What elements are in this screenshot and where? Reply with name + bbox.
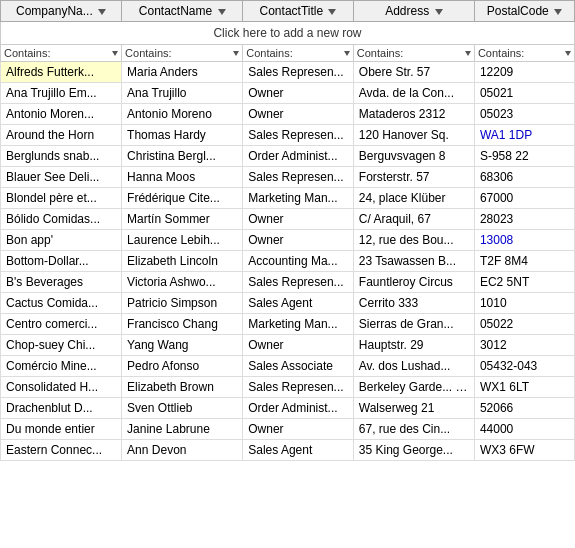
company-cell: Comércio Mine... (1, 356, 122, 377)
postal-cell: 12209 (474, 62, 574, 83)
contact-cell: Laurence Lebih... (122, 230, 243, 251)
address-cell: 23 Tsawassen B... (353, 251, 474, 272)
table-row[interactable]: Around the HornThomas HardySales Represe… (1, 125, 575, 146)
address-cell: Berkeley Garde... 12 Brewery (353, 377, 474, 398)
table-row[interactable]: Blondel père et...Frédérique Cite...Mark… (1, 188, 575, 209)
address-cell: Sierras de Gran... (353, 314, 474, 335)
column-header-row: CompanyNa... ContactName ContactTitle Ad… (1, 1, 575, 22)
table-row[interactable]: Eastern Connec...Ann DevonSales Agent35 … (1, 440, 575, 461)
table-row[interactable]: Cactus Comida...Patricio SimpsonSales Ag… (1, 293, 575, 314)
table-row[interactable]: Du monde entierJanine LabruneOwner67, ru… (1, 419, 575, 440)
contact-cell: Martín Sommer (122, 209, 243, 230)
sort-arrow-contact (218, 9, 226, 15)
contact-cell: Patricio Simpson (122, 293, 243, 314)
data-grid: CompanyNa... ContactName ContactTitle Ad… (0, 0, 575, 461)
postal-cell: 05432-043 (474, 356, 574, 377)
table-row[interactable]: Blauer See Deli...Hanna MoosSales Repres… (1, 167, 575, 188)
filter-arrow-address (465, 51, 471, 56)
postal-cell: WA1 1DP (474, 125, 574, 146)
title-cell: Order Administ... (243, 398, 354, 419)
add-row[interactable]: Click here to add a new row (1, 22, 575, 45)
table-row[interactable]: Alfreds Futterk...Maria AndersSales Repr… (1, 62, 575, 83)
company-cell: Eastern Connec... (1, 440, 122, 461)
postal-cell: 13008 (474, 230, 574, 251)
filter-postal[interactable]: Contains: (474, 45, 574, 62)
company-cell: Blondel père et... (1, 188, 122, 209)
contact-cell: Sven Ottlieb (122, 398, 243, 419)
contact-cell: Elizabeth Brown (122, 377, 243, 398)
title-cell: Owner (243, 104, 354, 125)
postal-cell: S-958 22 (474, 146, 574, 167)
contact-cell: Ann Devon (122, 440, 243, 461)
postal-cell: 1010 (474, 293, 574, 314)
postal-cell: 05023 (474, 104, 574, 125)
table-row[interactable]: Consolidated H...Elizabeth BrownSales Re… (1, 377, 575, 398)
table-row[interactable]: Antonio Moren...Antonio MorenoOwnerMatad… (1, 104, 575, 125)
company-cell: Chop-suey Chi... (1, 335, 122, 356)
company-cell: Berglunds snab... (1, 146, 122, 167)
postal-cell: 05022 (474, 314, 574, 335)
company-cell: Cactus Comida... (1, 293, 122, 314)
title-cell: Sales Represen... (243, 272, 354, 293)
filter-arrow-company (112, 51, 118, 56)
title-cell: Sales Represen... (243, 167, 354, 188)
sort-arrow-title (328, 9, 336, 15)
table-row[interactable]: Comércio Mine...Pedro AfonsoSales Associ… (1, 356, 575, 377)
table-row[interactable]: Berglunds snab...Christina Bergl...Order… (1, 146, 575, 167)
company-cell: Drachenblut D... (1, 398, 122, 419)
title-cell: Owner (243, 335, 354, 356)
company-cell: Antonio Moren... (1, 104, 122, 125)
title-cell: Sales Represen... (243, 377, 354, 398)
filter-row: Contains: Contains: Contains: (1, 45, 575, 62)
table-row[interactable]: Bólido Comidas...Martín SommerOwnerC/ Ar… (1, 209, 575, 230)
contact-cell: Francisco Chang (122, 314, 243, 335)
table-row[interactable]: Ana Trujillo Em...Ana TrujilloOwnerAvda.… (1, 83, 575, 104)
table-row[interactable]: Centro comerci...Francisco ChangMarketin… (1, 314, 575, 335)
filter-company[interactable]: Contains: (1, 45, 122, 62)
filter-arrow-contact (233, 51, 239, 56)
company-header[interactable]: CompanyNa... (1, 1, 122, 22)
title-cell: Accounting Ma... (243, 251, 354, 272)
postal-cell: T2F 8M4 (474, 251, 574, 272)
address-cell: 35 King George... (353, 440, 474, 461)
filter-address[interactable]: Contains: (353, 45, 474, 62)
sort-arrow-address (435, 9, 443, 15)
filter-arrow-postal (565, 51, 571, 56)
sort-arrow-company (98, 9, 106, 15)
company-cell: Alfreds Futterk... (1, 62, 122, 83)
address-header[interactable]: Address (353, 1, 474, 22)
filter-arrow-title (344, 51, 350, 56)
postal-header[interactable]: PostalCode (474, 1, 574, 22)
company-cell: Consolidated H... (1, 377, 122, 398)
address-cell: Hauptstr. 29 (353, 335, 474, 356)
contact-cell: Hanna Moos (122, 167, 243, 188)
company-cell: Ana Trujillo Em... (1, 83, 122, 104)
contact-cell: Antonio Moreno (122, 104, 243, 125)
contact-cell: Yang Wang (122, 335, 243, 356)
title-cell: Owner (243, 83, 354, 104)
title-cell: Owner (243, 230, 354, 251)
postal-cell: 05021 (474, 83, 574, 104)
postal-cell: WX3 6FW (474, 440, 574, 461)
address-cell: 24, place Klüber (353, 188, 474, 209)
table-row[interactable]: Bon app'Laurence Lebih...Owner12, rue de… (1, 230, 575, 251)
address-cell: Obere Str. 57 (353, 62, 474, 83)
table-row[interactable]: B's BeveragesVictoria Ashwo...Sales Repr… (1, 272, 575, 293)
contact-cell: Christina Bergl... (122, 146, 243, 167)
postal-cell: 28023 (474, 209, 574, 230)
postal-cell: 67000 (474, 188, 574, 209)
title-header[interactable]: ContactTitle (243, 1, 354, 22)
title-cell: Sales Agent (243, 293, 354, 314)
address-cell: Mataderos 2312 (353, 104, 474, 125)
contact-cell: Victoria Ashwo... (122, 272, 243, 293)
filter-title[interactable]: Contains: (243, 45, 354, 62)
contact-cell: Maria Anders (122, 62, 243, 83)
table-row[interactable]: Bottom-Dollar...Elizabeth LincolnAccount… (1, 251, 575, 272)
postal-cell: EC2 5NT (474, 272, 574, 293)
filter-contact[interactable]: Contains: (122, 45, 243, 62)
title-cell: Sales Associate (243, 356, 354, 377)
contact-header[interactable]: ContactName (122, 1, 243, 22)
postal-cell: 52066 (474, 398, 574, 419)
table-row[interactable]: Chop-suey Chi...Yang WangOwnerHauptstr. … (1, 335, 575, 356)
table-row[interactable]: Drachenblut D...Sven OttliebOrder Admini… (1, 398, 575, 419)
